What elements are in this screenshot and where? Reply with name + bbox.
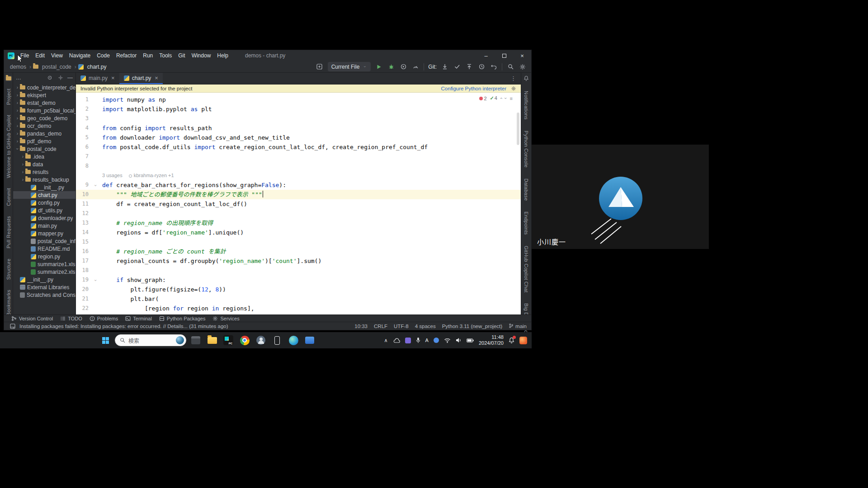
tree-item-data[interactable]: ›data xyxy=(13,160,75,168)
close-button[interactable]: × xyxy=(513,50,531,61)
tree-item-summarize1-xlsm[interactable]: summarize1.xlsm xyxy=(13,260,75,268)
status-python-3-11-new-project[interactable]: Python 3.11 (new_project) xyxy=(442,324,502,329)
menu-view[interactable]: View xyxy=(48,50,66,61)
tree-item-region-py[interactable]: region.py xyxy=(13,253,75,260)
taskbar-clock[interactable]: 11:48 2024/07/20 xyxy=(479,334,504,346)
tree-item-scratches-and-consoles[interactable]: Scratches and Consoles xyxy=(13,291,75,299)
menu-edit[interactable]: Edit xyxy=(32,50,48,61)
status-message[interactable]: Installing packages failed: Installing p… xyxy=(19,324,228,329)
tree-item-estat-demo[interactable]: ›estat_demo xyxy=(13,99,75,107)
stripe-item-project[interactable]: Project xyxy=(6,89,11,105)
inspection-widget[interactable]: 2 ✓4 › › ≡ xyxy=(479,95,513,101)
run-coverage-button[interactable] xyxy=(399,63,407,71)
stripe-item-endpoints[interactable]: Endpoints xyxy=(524,211,529,235)
menu-refactor[interactable]: Refactor xyxy=(113,50,140,61)
code-line[interactable]: 11 df = create_region_count_lat_loc_df() xyxy=(76,199,521,209)
close-tab-icon[interactable]: × xyxy=(155,75,158,81)
tree-item-results[interactable]: ›results xyxy=(13,168,75,176)
hide-panel-icon[interactable]: — xyxy=(67,75,73,81)
more-icon[interactable]: … xyxy=(16,75,21,81)
toolwindow-terminal[interactable]: Terminal xyxy=(122,315,156,322)
tree-item-downloader-py[interactable]: downloader.py xyxy=(13,214,75,222)
chrome-icon[interactable] xyxy=(238,333,251,347)
tree-item-chart-py[interactable]: chart.py xyxy=(13,191,75,199)
code-line[interactable]: 13 # region_name の出現順序を取得 xyxy=(76,218,521,228)
project-tool-icon[interactable] xyxy=(5,75,12,81)
author-inlay[interactable]: kbrahma-ryzen +1 xyxy=(129,171,174,180)
code-line[interactable]: 4from config import results_path xyxy=(76,123,521,133)
menu-window[interactable]: Window xyxy=(189,50,214,61)
stripe-item-bookmarks[interactable]: Bookmarks xyxy=(6,290,11,316)
tree-item-geo-code-demo[interactable]: ›geo_code_demo xyxy=(13,114,75,122)
tree-item-postal-code-info[interactable]: postal_code_info xyxy=(13,237,75,245)
toolwindow-version-control[interactable]: Version Control xyxy=(8,315,57,322)
tree-item-mapper-py[interactable]: mapper.py xyxy=(13,230,75,237)
taskbar-app-window-icon[interactable] xyxy=(189,333,203,347)
tree-item-ekispert[interactable]: ›ekispert xyxy=(13,91,75,99)
settings-gear-icon[interactable] xyxy=(519,63,527,71)
tree-item-init-py[interactable]: __init__.py xyxy=(13,276,75,283)
widget-icon[interactable] xyxy=(316,63,324,71)
tree-item-summarize2-xlsm[interactable]: summarize2.xlsm xyxy=(13,268,75,276)
code-editor[interactable]: 1import numpy as np2import matplotlib.py… xyxy=(76,93,521,314)
usages-inlay[interactable]: 3 usages xyxy=(102,171,123,180)
code-line[interactable]: 15 xyxy=(76,237,521,247)
toolwindow-services[interactable]: Services xyxy=(209,315,243,322)
tree-item-idea[interactable]: ›.idea xyxy=(13,153,75,160)
blue-folder-app-icon[interactable] xyxy=(303,333,316,347)
code-line[interactable]: 3 xyxy=(76,114,521,123)
menu-tools[interactable]: Tools xyxy=(156,50,175,61)
stripe-item-pull-requests[interactable]: Pull Requests xyxy=(6,216,11,249)
tree-item-ocr-demo[interactable]: ›ocr_demo xyxy=(13,122,75,130)
breadcrumb-postal-code[interactable]: postal_code xyxy=(41,63,73,70)
code-line[interactable]: 20 plt.figure(figsize=(12, 8)) xyxy=(76,285,521,294)
debug-button[interactable] xyxy=(387,63,395,71)
banner-gear-icon[interactable] xyxy=(511,86,516,91)
tree-item-results-backup[interactable]: ›results_backup xyxy=(13,176,75,183)
code-line[interactable]: 8 xyxy=(76,161,521,171)
code-line[interactable]: 21 plt.bar( xyxy=(76,294,521,304)
run-button[interactable] xyxy=(375,63,383,71)
locate-file-icon[interactable] xyxy=(46,74,54,82)
toolwindow-python-packages[interactable]: Python Packages xyxy=(156,315,209,322)
code-line[interactable]: 9›def create_bar_charts_for_regions(show… xyxy=(76,180,521,190)
breadcrumb-demos[interactable]: demos xyxy=(9,63,28,70)
speaker-icon[interactable] xyxy=(456,338,462,343)
tree-item-pandas-demo[interactable]: ›pandas_demo xyxy=(13,130,75,137)
next-problem-icon[interactable]: › xyxy=(503,98,508,99)
tab-options-icon[interactable]: ⋮ xyxy=(510,75,521,82)
menu-help[interactable]: Help xyxy=(214,50,231,61)
user-app-icon[interactable] xyxy=(254,333,268,347)
tray-orange-app-icon[interactable] xyxy=(519,337,527,344)
stripe-item-structure[interactable]: Structure xyxy=(6,258,11,280)
code-line[interactable]: 6from postal_code.df_utils import create… xyxy=(76,142,521,152)
code-line[interactable]: 16 # region_name ごとの count を集計 xyxy=(76,247,521,256)
tree-item-df-utils-py[interactable]: df_utils.py xyxy=(13,206,75,214)
pycharm-taskbar-icon[interactable] xyxy=(222,333,235,347)
stripe-item-commit[interactable]: Commit xyxy=(6,188,11,206)
menu-git[interactable]: Git xyxy=(175,50,188,61)
menu-navigate[interactable]: Navigate xyxy=(66,50,94,61)
status-utf-8[interactable]: UTF-8 xyxy=(394,324,409,329)
run-configuration-select[interactable]: Current File › xyxy=(328,62,371,71)
git-update-button[interactable] xyxy=(441,63,449,71)
tree-item-main-py[interactable]: main.py xyxy=(13,222,75,230)
code-line[interactable]: 18 xyxy=(76,266,521,275)
start-button[interactable] xyxy=(99,333,112,347)
code-line[interactable]: 7 xyxy=(76,152,521,161)
phone-link-icon[interactable] xyxy=(270,333,284,347)
code-line[interactable]: 19› if show_graph: xyxy=(76,275,521,285)
tree-item-code-interpreter-der[interactable]: ›code_interpreter_der xyxy=(13,84,75,91)
panel-settings-icon[interactable] xyxy=(57,74,65,82)
stripe-item-github-copilot-chat[interactable]: GitHub Copilot Chat xyxy=(524,246,529,293)
stripe-item-python-console[interactable]: Python Console xyxy=(524,131,529,168)
status-4-spaces[interactable]: 4 spaces xyxy=(415,324,436,329)
toolwindow-todo[interactable]: TODO xyxy=(57,315,86,322)
tab-main-py[interactable]: main.py× xyxy=(76,73,119,84)
breadcrumb-chart-py[interactable]: chart.py xyxy=(86,63,108,70)
code-line[interactable]: 12 xyxy=(76,209,521,218)
notifications-bell-icon[interactable] xyxy=(522,75,530,81)
tree-item-pdf-demo[interactable]: ›pdf_demo xyxy=(13,137,75,145)
git-push-button[interactable] xyxy=(465,63,473,71)
maximize-button[interactable] xyxy=(495,50,513,61)
